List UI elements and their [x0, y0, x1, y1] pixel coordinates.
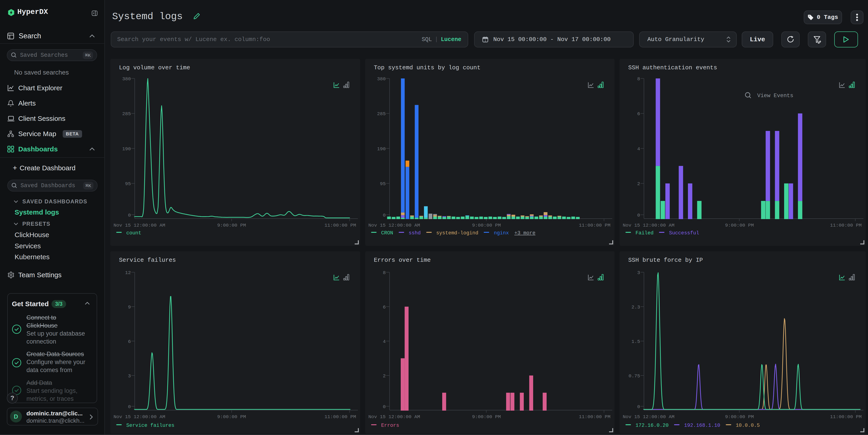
svg-text:11:00:00 PM: 11:00:00 PM	[830, 223, 862, 228]
svg-text:0: 0	[128, 404, 131, 409]
svg-text:95: 95	[125, 181, 131, 186]
svg-text:285: 285	[377, 111, 386, 117]
svg-text:Nov 15 12:00:00 AM: Nov 15 12:00:00 AM	[114, 223, 165, 228]
svg-text:9:00:00 PM: 9:00:00 PM	[725, 414, 754, 420]
svg-text:1: 1	[485, 39, 486, 42]
svg-text:190: 190	[377, 146, 386, 152]
svg-text:0: 0	[128, 213, 131, 218]
svg-text:8: 8	[383, 270, 386, 275]
svg-text:8: 8	[637, 76, 640, 82]
svg-text:0: 0	[383, 213, 386, 218]
svg-text:View Events: View Events	[757, 93, 793, 99]
svg-text:Nov 15 12:00:00 AM: Nov 15 12:00:00 AM	[114, 414, 165, 420]
svg-text:95: 95	[380, 181, 386, 186]
svg-text:4: 4	[383, 339, 386, 344]
svg-text:1.5: 1.5	[631, 339, 640, 344]
svg-text:6: 6	[128, 339, 131, 344]
svg-text:11:00:00 PM: 11:00:00 PM	[324, 414, 356, 420]
svg-text:3: 3	[637, 270, 640, 275]
svg-text:11:00:00 PM: 11:00:00 PM	[579, 223, 611, 228]
svg-text:11:00:00 PM: 11:00:00 PM	[579, 414, 611, 420]
svg-text:4: 4	[637, 146, 640, 152]
svg-text:12: 12	[125, 270, 131, 275]
svg-text:Nov 15 12:00:00 AM: Nov 15 12:00:00 AM	[623, 223, 675, 228]
svg-text:2.3: 2.3	[631, 305, 640, 310]
svg-text:6: 6	[383, 305, 386, 310]
svg-text:6: 6	[637, 111, 640, 117]
svg-text:0.75: 0.75	[629, 373, 640, 379]
svg-text:9:00:00 PM: 9:00:00 PM	[217, 414, 246, 420]
svg-text:Nov 15 12:00:00 AM: Nov 15 12:00:00 AM	[368, 414, 420, 420]
svg-text:Nov 15 12:00:00 AM: Nov 15 12:00:00 AM	[368, 223, 420, 228]
svg-text:9:00:00 PM: 9:00:00 PM	[472, 223, 501, 228]
svg-text:380: 380	[377, 76, 386, 82]
svg-text:190: 190	[122, 146, 131, 152]
svg-text:3: 3	[128, 373, 131, 379]
svg-text:0: 0	[637, 213, 640, 218]
svg-text:285: 285	[122, 111, 131, 117]
svg-text:2: 2	[637, 181, 640, 186]
svg-text:11:00:00 PM: 11:00:00 PM	[324, 223, 356, 228]
svg-text:9:00:00 PM: 9:00:00 PM	[217, 223, 246, 228]
svg-text:9:00:00 PM: 9:00:00 PM	[725, 223, 754, 228]
svg-text:9:00:00 PM: 9:00:00 PM	[472, 414, 501, 420]
svg-text:11:00:00 PM: 11:00:00 PM	[830, 414, 862, 420]
svg-text:0: 0	[637, 404, 640, 409]
svg-text:0: 0	[383, 404, 386, 409]
svg-text:2: 2	[383, 373, 386, 379]
svg-text:Nov 15 12:00:00 AM: Nov 15 12:00:00 AM	[623, 414, 675, 420]
svg-text:380: 380	[122, 76, 131, 82]
svg-text:9: 9	[128, 305, 131, 310]
